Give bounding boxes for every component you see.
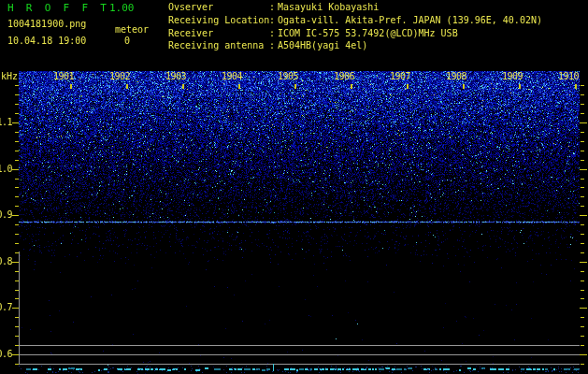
info-row-location: Receiving Location : Ogata-vill. Akita-P… bbox=[168, 16, 542, 25]
y-axis-unit-label: kHz bbox=[1, 72, 18, 81]
y-axis-label: 1.0 bbox=[0, 165, 12, 174]
app-version: 1.00 bbox=[109, 3, 135, 13]
info-row-receiver: Receiver : ICOM IC-575 53.7492(@LCD)MHz … bbox=[168, 29, 458, 38]
x-axis-label: 1905 bbox=[278, 72, 298, 81]
info-row-observer: Ovserver : Masayuki Kobayashi bbox=[168, 3, 379, 12]
x-axis-label: 1910 bbox=[558, 72, 579, 81]
info-row-antenna: Receiving antenna : A504HB(yagi 4el) bbox=[168, 41, 367, 50]
y-axis-label: 0.6 bbox=[0, 350, 12, 359]
x-axis-label: 1906 bbox=[334, 72, 354, 81]
app-title: H R O F F T bbox=[7, 3, 107, 13]
spectrogram-canvas bbox=[0, 0, 588, 374]
x-axis-label: 1904 bbox=[222, 72, 242, 81]
info-colon: : bbox=[269, 29, 278, 38]
info-label: Receiver bbox=[168, 29, 269, 38]
x-axis-label: 1902 bbox=[109, 72, 130, 81]
info-value: Masayuki Kobayashi bbox=[278, 3, 379, 12]
info-value: Ogata-vill. Akita-Pref. JAPAN (139.96E, … bbox=[278, 16, 542, 25]
meteor-count: 0 bbox=[124, 36, 130, 46]
info-colon: : bbox=[269, 41, 278, 50]
x-axis-label: 1907 bbox=[390, 72, 410, 81]
info-label: Receiving antenna bbox=[168, 41, 269, 50]
x-axis-label: 1903 bbox=[165, 72, 186, 81]
mode-label: meteor bbox=[115, 25, 149, 35]
y-axis-label: 0.7 bbox=[0, 303, 12, 312]
x-axis-label: 1908 bbox=[446, 72, 466, 81]
x-axis-label: 1909 bbox=[502, 72, 523, 81]
y-axis-label: 0.8 bbox=[0, 257, 12, 266]
y-axis-label: 0.9 bbox=[0, 210, 12, 220]
hrofft-screen: { "header": { "app_title": "H R O F F T"… bbox=[0, 0, 588, 374]
datetime-label: 10.04.18 19:00 bbox=[7, 36, 86, 46]
info-value: ICOM IC-575 53.7492(@LCD)MHz USB bbox=[278, 29, 458, 38]
info-label: Ovserver bbox=[168, 3, 269, 12]
info-value: A504HB(yagi 4el) bbox=[278, 41, 367, 50]
y-axis-label: 1.1 bbox=[0, 118, 12, 127]
filename-label: 1004181900.png bbox=[7, 20, 86, 29]
info-colon: : bbox=[269, 16, 278, 25]
info-label: Receiving Location bbox=[168, 16, 269, 25]
x-axis-label: 1901 bbox=[53, 72, 74, 81]
info-colon: : bbox=[269, 3, 278, 12]
